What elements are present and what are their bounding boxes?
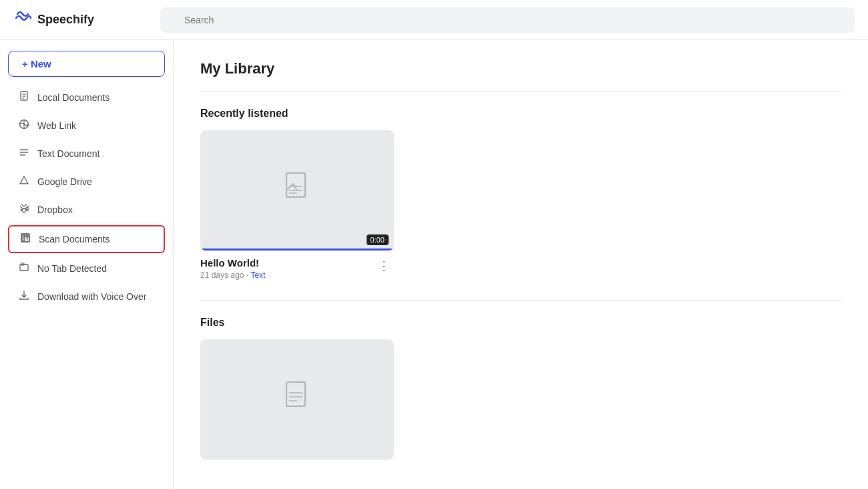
sidebar-item-google-drive[interactable]: Google Drive [8, 169, 165, 194]
card-meta-time: 21 days ago [200, 271, 244, 280]
logo-text: Speechify [37, 13, 94, 27]
card-file-thumb-icon [284, 381, 310, 419]
google-drive-label: Google Drive [37, 176, 92, 187]
sidebar-item-local-documents[interactable]: Local Documents [8, 85, 165, 110]
card-meta-type: Text [250, 271, 265, 280]
card-more-button[interactable]: ⋮ [374, 257, 394, 275]
svg-rect-14 [23, 235, 25, 237]
main-content: My Library Recently listened 0:00 [174, 40, 868, 489]
divider-top [200, 91, 841, 92]
card-title: Hello World! [200, 257, 265, 269]
sidebar-item-no-tab-detected[interactable]: No Tab Detected [8, 256, 165, 281]
download-voice-over-icon [17, 290, 31, 303]
logo: Speechify [13, 9, 160, 31]
local-documents-icon [17, 91, 31, 104]
search-input[interactable] [160, 7, 855, 33]
card-info: Hello World! 21 days ago · Text ⋮ [200, 257, 394, 280]
svg-rect-16 [23, 238, 25, 240]
card-progress-bar-container [200, 249, 394, 251]
svg-rect-25 [286, 382, 305, 406]
new-button[interactable]: + New [8, 51, 165, 77]
files-section: Files [200, 317, 841, 466]
divider-files [200, 300, 841, 301]
scan-documents-label: Scan Documents [39, 234, 110, 244]
recently-listened-cards: 0:00 Hello World! 21 days ago · Text ⋮ [200, 130, 841, 280]
card-thumbnail: 0:00 [200, 130, 394, 251]
dropbox-icon [17, 203, 31, 216]
card-meta: 21 days ago · Text [200, 271, 265, 280]
sidebar-item-scan-documents[interactable]: Scan Documents [8, 225, 165, 253]
card-time-badge: 0:00 [367, 234, 389, 245]
card-progress-bar [200, 249, 394, 251]
text-document-icon [17, 147, 31, 160]
sidebar-item-text-document[interactable]: Text Document [8, 141, 165, 166]
download-voice-over-label: Download with Voice Over [37, 291, 146, 302]
local-documents-label: Local Documents [37, 92, 110, 103]
sidebar-item-dropbox[interactable]: Dropbox [8, 197, 165, 222]
svg-marker-9 [21, 204, 27, 206]
recently-listened-title: Recently listened [200, 108, 841, 120]
card-file-1[interactable] [200, 339, 394, 466]
sidebar-item-download-voice-over[interactable]: Download with Voice Over [8, 284, 165, 309]
no-tab-icon [17, 262, 31, 275]
dropbox-label: Dropbox [37, 204, 73, 215]
text-document-label: Text Document [37, 148, 99, 159]
files-cards [200, 339, 841, 466]
sidebar: + New Local Documents Web Link Text Docu… [0, 40, 174, 489]
search-wrapper: 🔍 [160, 7, 855, 33]
card-details: Hello World! 21 days ago · Text [200, 257, 265, 280]
sidebar-item-web-link[interactable]: Web Link [8, 113, 165, 138]
page-title: My Library [200, 60, 841, 77]
speechify-logo-icon [13, 9, 32, 31]
layout: + New Local Documents Web Link Text Docu… [0, 40, 868, 489]
recently-listened-section: Recently listened 0:00 Hello W [200, 108, 841, 280]
svg-rect-15 [26, 235, 28, 237]
files-title: Files [200, 317, 841, 329]
web-link-label: Web Link [37, 120, 76, 131]
scan-documents-icon [19, 232, 32, 246]
google-drive-icon [17, 175, 31, 188]
header: Speechify 🔍 [0, 0, 868, 40]
card-hello-world[interactable]: 0:00 Hello World! 21 days ago · Text ⋮ [200, 130, 394, 280]
web-link-icon [17, 119, 31, 132]
card-file-thumbnail [200, 339, 394, 460]
no-tab-detected-label: No Tab Detected [37, 263, 107, 274]
card-thumb-icon [284, 172, 310, 210]
